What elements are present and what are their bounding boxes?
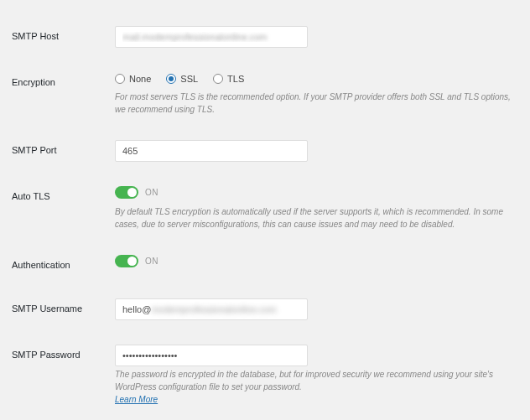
label-smtp-host: SMTP Host bbox=[10, 26, 115, 41]
row-auto-tls: Auto TLS ON By default TLS encryption is… bbox=[10, 177, 520, 240]
row-authentication: Authentication ON bbox=[10, 246, 520, 283]
radio-icon bbox=[115, 74, 125, 84]
row-smtp-port: SMTP Port bbox=[10, 131, 520, 171]
toggle-knob-icon bbox=[127, 188, 137, 197]
encryption-option-tls[interactable]: TLS bbox=[213, 74, 244, 84]
radio-icon bbox=[213, 74, 223, 84]
authentication-toggle[interactable] bbox=[115, 255, 138, 267]
username-prefix: hello@ bbox=[122, 304, 151, 314]
encryption-radio-group: None SSL TLS bbox=[115, 72, 513, 84]
auto-tls-toggle[interactable] bbox=[115, 186, 138, 199]
label-encryption: Encryption bbox=[10, 72, 115, 87]
smtp-port-input[interactable] bbox=[115, 140, 308, 162]
label-auto-tls: Auto TLS bbox=[10, 186, 115, 201]
row-smtp-password: SMTP Password The password is encrypted … bbox=[10, 335, 520, 413]
smtp-password-description: The password is encrypted in the databas… bbox=[115, 368, 513, 393]
smtp-settings-form: SMTP Host Encryption None SSL bbox=[3, 3, 527, 420]
smtp-username-input[interactable]: hello@modemprofessionalonline.com bbox=[115, 298, 308, 320]
label-smtp-password: SMTP Password bbox=[10, 345, 115, 360]
authentication-state: ON bbox=[145, 257, 158, 266]
username-blurred: modemprofessionalonline.com bbox=[151, 304, 276, 314]
auto-tls-state: ON bbox=[145, 188, 158, 197]
encryption-tls-label: TLS bbox=[227, 74, 244, 84]
encryption-description: For most servers TLS is the recommended … bbox=[115, 91, 513, 116]
auto-tls-description: By default TLS encryption is automatical… bbox=[115, 205, 513, 231]
encryption-ssl-label: SSL bbox=[180, 74, 198, 84]
smtp-password-input[interactable] bbox=[115, 345, 308, 366]
row-encryption: Encryption None SSL TLS Fo bbox=[10, 63, 520, 125]
label-smtp-port: SMTP Port bbox=[10, 140, 115, 155]
label-authentication: Authentication bbox=[10, 255, 115, 270]
encryption-option-none[interactable]: None bbox=[115, 74, 151, 84]
label-smtp-username: SMTP Username bbox=[10, 298, 115, 314]
learn-more-link[interactable]: Learn More bbox=[115, 395, 158, 404]
toggle-knob-icon bbox=[127, 257, 137, 266]
row-smtp-username: SMTP Username hello@modemprofessionalonl… bbox=[10, 289, 520, 329]
row-smtp-host: SMTP Host bbox=[10, 17, 520, 57]
smtp-host-input[interactable] bbox=[115, 26, 308, 48]
encryption-none-label: None bbox=[129, 74, 151, 84]
encryption-option-ssl[interactable]: SSL bbox=[166, 74, 198, 84]
radio-icon bbox=[166, 74, 176, 84]
